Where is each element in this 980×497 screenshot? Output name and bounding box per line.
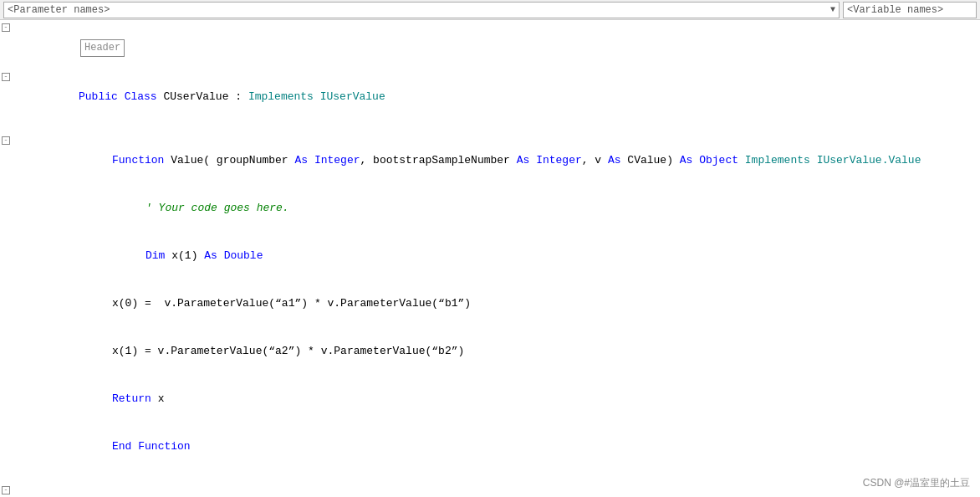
close-1: ) — [464, 297, 471, 310]
line-content-5: Dim x(1) As Double — [12, 232, 980, 279]
fn-param-3: , v — [582, 154, 608, 167]
str-a2: “a2” — [268, 345, 294, 357]
kw-implements-1: Implements — [248, 90, 320, 103]
collapse-btn-3[interactable]: - — [2, 136, 10, 145]
kw-return-1: Return — [112, 392, 158, 405]
kw-impl-fn: Implements — [745, 154, 817, 167]
code-line-8: Return x — [0, 375, 980, 423]
code-line-4: ' Your code goes here. — [0, 184, 980, 232]
kw-dim-1: Dim — [145, 249, 171, 262]
fn-value-sig: Value( groupNumber — [171, 154, 294, 167]
str-b2: “b2” — [431, 345, 457, 357]
var-names-dropdown[interactable]: <Variable names> — [843, 2, 977, 18]
iface-1: IUserValue — [320, 90, 385, 103]
impl-fn-val: IUserValue.Value — [817, 154, 921, 167]
ret-x: x — [158, 392, 165, 405]
assign-x0: x(0) = v.ParameterValue( — [112, 297, 275, 310]
collapse-gutter-11[interactable]: - — [0, 486, 12, 494]
param-names-dropdown[interactable]: <Parameter names> ▼ — [3, 2, 840, 18]
param-names-label: <Parameter names> — [8, 4, 110, 16]
code-line-5: Dim x(1) As Double — [0, 232, 980, 279]
code-line-11: - #Region “Advanced” — [0, 486, 980, 497]
kw-as-2: As — [517, 154, 536, 167]
watermark: CSDN @#温室里的土豆 — [863, 476, 970, 490]
kw-function-1: Function — [112, 154, 171, 167]
fn-param-2: , bootstrapSampleNumber — [360, 154, 516, 167]
line-content-e1 — [12, 120, 980, 136]
collapse-gutter-header[interactable]: - — [0, 23, 12, 32]
var-names-label: <Variable names> — [847, 4, 943, 16]
code-line-9: End Function — [0, 423, 980, 470]
comment-1: ' Your code goes here. — [145, 202, 289, 214]
code-area[interactable]: - Header - Public Class CUserValue : Imp… — [0, 20, 980, 497]
mul-2: ) * v.ParameterValue( — [294, 345, 431, 357]
kw-public-1: Public — [79, 90, 125, 103]
top-bar: <Parameter names> ▼ <Variable names> — [0, 0, 980, 20]
kw-as-5: As — [204, 249, 223, 262]
kw-int-2: Integer — [536, 154, 582, 167]
line-content-3: Function Value( groupNumber As Integer, … — [12, 136, 980, 184]
dropdown-arrow-param: ▼ — [830, 5, 835, 14]
str-b1: “b1” — [438, 297, 464, 310]
line-content-11: #Region “Advanced” — [12, 486, 980, 497]
mul-1: ) * v.ParameterValue( — [301, 297, 438, 310]
kw-object-1: Object — [699, 154, 745, 167]
collapse-btn-1[interactable]: - — [2, 73, 10, 81]
line-content-e2 — [12, 470, 980, 486]
code-line-6: x(0) = v.ParameterValue(“a1”) * v.Parame… — [0, 279, 980, 327]
colon: : — [235, 90, 248, 103]
code-line-7: x(1) = v.ParameterValue(“a2”) * v.Parame… — [0, 327, 980, 375]
assign-x1: x(1) = v.ParameterValue( — [112, 345, 268, 357]
line-content-4: ' Your code goes here. — [12, 184, 980, 232]
var-x1: x(1) — [171, 249, 204, 262]
kw-as-1: As — [294, 154, 314, 167]
kw-as-3: As — [608, 154, 627, 167]
kw-double: Double — [224, 249, 263, 262]
collapse-btn-header[interactable]: - — [2, 23, 10, 32]
line-content-9: End Function — [12, 423, 980, 470]
line-content-6: x(0) = v.ParameterValue(“a1”) * v.Parame… — [12, 279, 980, 327]
classname: CUserValue — [163, 90, 235, 103]
line-content-7: x(1) = v.ParameterValue(“a2”) * v.Parame… — [12, 327, 980, 375]
kw-as-4: As — [680, 154, 699, 167]
code-line-1: - Public Class CUserValue : Implements I… — [0, 73, 980, 120]
line-content-1: Public Class CUserValue : Implements IUs… — [12, 73, 980, 120]
code-line-empty-1 — [0, 120, 980, 136]
fn-cvalue: CValue) — [627, 154, 679, 167]
watermark-text: CSDN @#温室里的土豆 — [863, 477, 970, 489]
str-a1: “a1” — [275, 297, 301, 310]
close-2: ) — [458, 345, 465, 357]
editor-container: <Parameter names> ▼ <Variable names> - H… — [0, 0, 980, 497]
header-box-line: Header — [12, 23, 980, 73]
code-lines: - Header - Public Class CUserValue : Imp… — [0, 20, 980, 497]
collapse-gutter-1[interactable]: - — [0, 73, 12, 81]
collapse-btn-11[interactable]: - — [2, 486, 10, 494]
kw-int-1: Integer — [314, 154, 360, 167]
kw-function-end-1: Function — [138, 440, 190, 453]
header-line: - Header — [0, 23, 980, 73]
header-box-label: Header — [80, 39, 125, 57]
kw-end-fn-1: End — [112, 440, 138, 453]
collapse-gutter-3[interactable]: - — [0, 136, 12, 145]
line-content-8: Return x — [12, 375, 980, 423]
code-line-3: - Function Value( groupNumber As Integer… — [0, 136, 980, 184]
code-line-empty-2 — [0, 470, 980, 486]
kw-class: Class — [125, 90, 164, 103]
